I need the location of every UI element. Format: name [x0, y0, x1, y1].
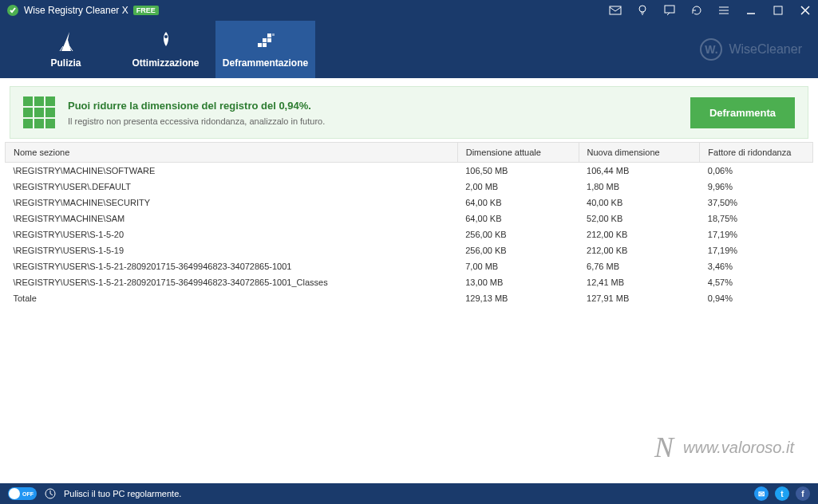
- header-name[interactable]: Nome sezione: [6, 143, 458, 163]
- watermark-text: www.valoroso.it: [683, 439, 794, 457]
- header-current[interactable]: Dimensione attuale: [457, 143, 579, 163]
- cell-name: \REGISTRY\USER\S-1-5-21-2809201715-36499…: [6, 274, 458, 290]
- cell-new: 12,41 MB: [579, 274, 700, 290]
- social-twitter-icon[interactable]: t: [775, 486, 789, 501]
- table-header-row: Nome sezione Dimensione attuale Nuova di…: [6, 143, 813, 163]
- app-icon: [6, 4, 19, 17]
- status-right: ✉ t f: [754, 486, 810, 501]
- cell-name: \REGISTRY\USER\S-1-5-19: [6, 242, 458, 258]
- app-title: Wise Registry Cleaner X: [24, 5, 128, 16]
- svg-rect-9: [267, 38, 271, 42]
- table-row[interactable]: \REGISTRY\MACHINE\SAM64,00 KB52,00 KB18,…: [6, 211, 813, 226]
- svg-point-5: [164, 35, 168, 38]
- maximize-icon[interactable]: [772, 4, 784, 17]
- cell-new: 106,44 MB: [579, 163, 700, 179]
- banner-left: Puoi ridurre la dimensione del registro …: [23, 96, 325, 128]
- close-icon[interactable]: [799, 4, 812, 17]
- watermark: N www.valoroso.it: [654, 431, 794, 464]
- broom-icon: [55, 30, 77, 53]
- tabs: Pulizia Ottimizzazione Deframmentazione: [16, 21, 315, 78]
- svg-rect-7: [263, 43, 267, 47]
- header-new[interactable]: Nuova dimensione: [579, 143, 700, 163]
- tab-deframmentazione[interactable]: Deframmentazione: [215, 21, 315, 78]
- cell-current: 2,00 MB: [457, 179, 579, 195]
- cell-red: 9,96%: [700, 179, 813, 195]
- table-row[interactable]: \REGISTRY\USER\S-1-5-20256,00 KB212,00 K…: [6, 226, 813, 242]
- table-row[interactable]: \REGISTRY\USER\S-1-5-21-2809201715-36499…: [6, 274, 813, 290]
- cell-current: 13,00 MB: [457, 274, 579, 290]
- cell-red: 3,46%: [700, 258, 813, 274]
- tab-pulizia[interactable]: Pulizia: [16, 21, 116, 78]
- table-row[interactable]: \REGISTRY\MACHINE\SECURITY64,00 KB40,00 …: [6, 195, 813, 211]
- cell-current: 129,13 MB: [457, 290, 579, 306]
- brand-text: WiseCleaner: [729, 42, 802, 57]
- svg-rect-1: [610, 6, 621, 14]
- cell-current: 64,00 KB: [457, 195, 579, 211]
- refresh-icon[interactable]: [690, 4, 703, 17]
- cell-current: 256,00 KB: [457, 242, 579, 258]
- statusbar: OFF Pulisci il tuo PC regolarmente. ✉ t …: [0, 483, 818, 504]
- svg-rect-10: [267, 33, 271, 37]
- svg-rect-6: [258, 43, 262, 47]
- watermark-logo: N: [654, 431, 674, 464]
- cell-name: \REGISTRY\USER\.DEFAULT: [6, 179, 458, 195]
- clock-icon: [45, 488, 56, 499]
- status-text: Pulisci il tuo PC regolarmente.: [64, 489, 181, 498]
- brand-logo: W. WiseCleaner: [700, 38, 802, 61]
- cell-new: 127,91 MB: [579, 290, 700, 306]
- svg-rect-4: [774, 6, 782, 14]
- cell-new: 52,00 KB: [579, 211, 700, 226]
- tab-label: Deframmentazione: [223, 57, 308, 69]
- cell-red: 37,50%: [700, 195, 813, 211]
- cell-red: 17,19%: [700, 242, 813, 258]
- titlebar: Wise Registry Cleaner X FREE: [0, 0, 818, 21]
- cell-current: 64,00 KB: [457, 211, 579, 226]
- table-row[interactable]: \REGISTRY\USER\.DEFAULT2,00 MB1,80 MB9,9…: [6, 179, 813, 195]
- cell-new: 6,76 MB: [579, 258, 700, 274]
- free-badge: FREE: [133, 6, 159, 15]
- cell-name: Totale: [6, 290, 458, 306]
- result-banner: Puoi ridurre la dimensione del registro …: [10, 86, 808, 139]
- lightbulb-icon[interactable]: [636, 4, 649, 17]
- table-row[interactable]: \REGISTRY\USER\S-1-5-19256,00 KB212,00 K…: [6, 242, 813, 258]
- toggle-knob: [9, 488, 20, 499]
- cell-name: \REGISTRY\MACHINE\SAM: [6, 211, 458, 226]
- social-mail-icon[interactable]: ✉: [754, 486, 769, 501]
- feedback-icon[interactable]: [663, 4, 676, 17]
- svg-rect-3: [665, 6, 674, 13]
- social-facebook-icon[interactable]: f: [796, 486, 810, 501]
- svg-point-2: [639, 6, 646, 12]
- titlebar-left: Wise Registry Cleaner X FREE: [6, 4, 159, 17]
- table-row[interactable]: \REGISTRY\MACHINE\SOFTWARE106,50 MB106,4…: [6, 163, 813, 179]
- cell-name: \REGISTRY\USER\S-1-5-20: [6, 226, 458, 242]
- table-row[interactable]: Totale129,13 MB127,91 MB0,94%: [6, 290, 813, 306]
- cell-new: 40,00 KB: [579, 195, 700, 211]
- tab-label: Ottimizzazione: [132, 57, 199, 69]
- tab-ottimizzazione[interactable]: Ottimizzazione: [116, 21, 215, 78]
- cell-name: \REGISTRY\USER\S-1-5-21-2809201715-36499…: [6, 258, 458, 274]
- cell-current: 256,00 KB: [457, 226, 579, 242]
- rocket-icon: [155, 30, 177, 53]
- defragment-button[interactable]: Deframmenta: [690, 97, 795, 128]
- toolbar: Pulizia Ottimizzazione Deframmentazione …: [0, 21, 818, 78]
- header-redundancy[interactable]: Fattore di ridondanza: [700, 143, 813, 163]
- cell-new: 1,80 MB: [579, 179, 700, 195]
- table-row[interactable]: \REGISTRY\USER\S-1-5-21-2809201715-36499…: [6, 258, 813, 274]
- cell-new: 212,00 KB: [579, 226, 700, 242]
- mail-icon[interactable]: [609, 4, 622, 17]
- cell-current: 106,50 MB: [457, 163, 579, 179]
- cell-red: 4,57%: [700, 274, 813, 290]
- banner-subtitle: Il registro non presenta eccessiva ridon…: [68, 116, 325, 126]
- menu-icon[interactable]: [717, 4, 730, 17]
- cell-name: \REGISTRY\MACHINE\SOFTWARE: [6, 163, 458, 179]
- minimize-icon[interactable]: [745, 4, 757, 17]
- banner-text: Puoi ridurre la dimensione del registro …: [68, 100, 325, 126]
- toggle-label: OFF: [22, 491, 34, 497]
- schedule-toggle[interactable]: OFF: [8, 487, 37, 500]
- cell-new: 212,00 KB: [579, 242, 700, 258]
- svg-rect-8: [263, 38, 267, 42]
- titlebar-right: [609, 4, 812, 17]
- grid-icon: [23, 96, 55, 128]
- brand-circle-icon: W.: [700, 38, 722, 61]
- cell-red: 18,75%: [700, 211, 813, 226]
